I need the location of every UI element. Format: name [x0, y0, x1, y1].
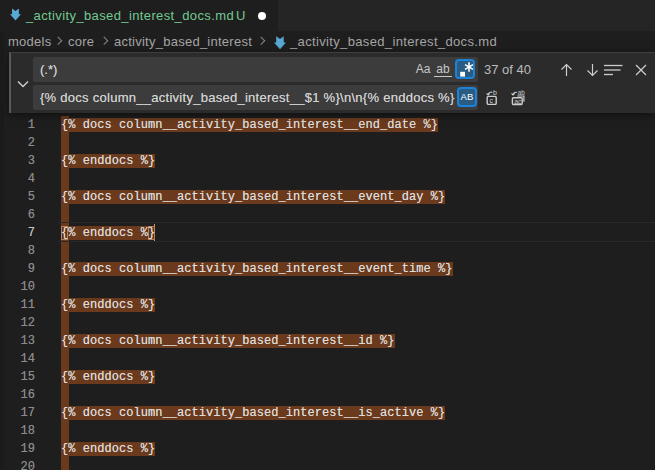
svg-text:c: c	[490, 97, 494, 104]
svg-text:ac: ac	[514, 98, 522, 105]
svg-text:b: b	[493, 90, 497, 96]
svg-text:ab: ab	[518, 90, 526, 96]
